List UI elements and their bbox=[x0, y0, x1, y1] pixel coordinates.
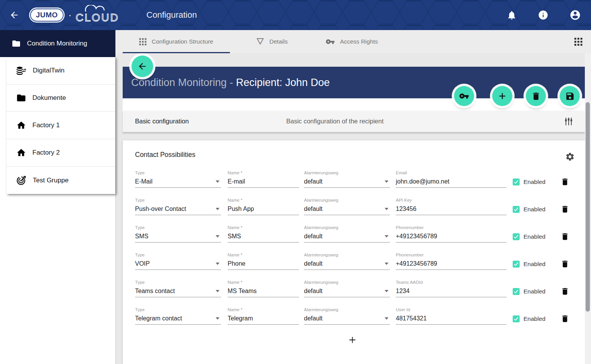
name-value: Phone bbox=[228, 260, 245, 267]
name-label: Name * bbox=[228, 280, 299, 285]
target-icon bbox=[16, 175, 27, 185]
enabled-checkbox[interactable]: Enabled bbox=[513, 206, 545, 213]
dropdown-arrow-icon bbox=[385, 317, 388, 320]
contact-row: Type SMS Name * SMS bbox=[135, 225, 569, 243]
name-input[interactable]: Name * MS Teams bbox=[228, 280, 299, 297]
cloud-wordmark: CLOUD bbox=[74, 5, 121, 25]
type-label: Type bbox=[135, 225, 221, 230]
name-input[interactable]: Name * SMS bbox=[228, 225, 299, 243]
home-icon bbox=[16, 148, 26, 158]
name-input[interactable]: Name * Phone bbox=[228, 253, 299, 270]
name-value: Push App bbox=[228, 206, 254, 212]
enabled-checkbox[interactable]: Enabled bbox=[513, 233, 545, 240]
vertical-scrollbar[interactable] bbox=[585, 53, 591, 364]
name-input[interactable]: Name * E-mail bbox=[228, 170, 299, 188]
type-label: Type bbox=[135, 307, 221, 312]
account-icon[interactable] bbox=[569, 9, 581, 21]
key-button[interactable] bbox=[454, 86, 474, 106]
sidebar-item-label: DigitalTwin bbox=[33, 67, 64, 74]
contact-row: Type E-Mail Name * E-mail bbox=[135, 170, 569, 188]
name-value: SMS bbox=[228, 233, 241, 239]
type-select[interactable]: Type SMS bbox=[135, 225, 221, 243]
scrollbar-thumb[interactable] bbox=[586, 102, 590, 312]
delete-contact-button[interactable] bbox=[561, 287, 569, 297]
trash-icon bbox=[561, 314, 569, 323]
alarmierungsweg-select[interactable]: Alarmierungsweg default bbox=[304, 225, 390, 243]
enabled-checkbox[interactable]: Enabled bbox=[513, 315, 545, 322]
type-select[interactable]: Type Teams contact bbox=[135, 280, 221, 297]
name-value: Telegram bbox=[228, 315, 253, 322]
alarmierungsweg-select[interactable]: Alarmierungsweg default bbox=[304, 198, 390, 215]
delete-contact-button[interactable] bbox=[561, 205, 569, 215]
delete-contact-button[interactable] bbox=[561, 232, 569, 242]
type-select[interactable]: Type Push-over Contact bbox=[135, 198, 221, 215]
folder-icon bbox=[16, 93, 26, 103]
enabled-checkbox[interactable]: Enabled bbox=[513, 288, 545, 295]
top-app-bar: JUMO · CLOUD Configuration bbox=[0, 0, 591, 30]
contact-address-input[interactable]: Phonenumber +49123456789 bbox=[396, 253, 507, 270]
dropdown-arrow-icon bbox=[216, 235, 220, 238]
tab-details[interactable]: Details bbox=[230, 30, 314, 53]
contact-address-input[interactable]: Teams AADId 1234 bbox=[396, 280, 507, 297]
name-label: Name * bbox=[228, 307, 299, 312]
delete-contact-button[interactable] bbox=[561, 260, 569, 270]
sidebar-item-label: Dokumente bbox=[32, 94, 66, 102]
back-arrow-icon[interactable] bbox=[9, 10, 19, 20]
add-contact-button[interactable] bbox=[347, 335, 358, 346]
contact-address-value: +49123456789 bbox=[396, 260, 437, 267]
contact-address-label: User Id bbox=[396, 307, 507, 312]
tab-label: Access Rights bbox=[340, 38, 378, 45]
name-input[interactable]: Name * Telegram bbox=[228, 307, 299, 325]
gear-icon bbox=[565, 152, 575, 162]
add-button[interactable]: + bbox=[492, 86, 512, 106]
alarmierungsweg-select[interactable]: Alarmierungsweg default bbox=[304, 307, 390, 325]
contact-address-input[interactable]: User Id 481754321 bbox=[396, 307, 507, 325]
type-select[interactable]: Type E-Mail bbox=[135, 170, 221, 188]
type-label: Type bbox=[135, 198, 221, 202]
name-value: MS Teams bbox=[228, 288, 257, 294]
contact-address-value: 1234 bbox=[396, 288, 410, 294]
tune-icon[interactable] bbox=[564, 117, 573, 126]
sidebar-item-factory-1[interactable]: Factory 1 bbox=[7, 112, 115, 139]
alarmierungsweg-value: default bbox=[304, 233, 323, 239]
alarmierungsweg-select[interactable]: Alarmierungsweg default bbox=[304, 253, 390, 270]
sidebar-item-dokumente[interactable]: Dokumente bbox=[7, 84, 115, 112]
bell-icon[interactable] bbox=[507, 10, 517, 20]
tab-access-rights[interactable]: Access Rights bbox=[314, 30, 390, 53]
tab-configuration-structure[interactable]: Configuration Structure bbox=[123, 30, 230, 53]
delete-contact-button[interactable] bbox=[561, 314, 569, 324]
sidebar-item-factory-2[interactable]: Factory 2 bbox=[7, 139, 115, 167]
name-label: Name * bbox=[228, 170, 299, 175]
contact-address-input[interactable]: API Key 123456 bbox=[396, 198, 507, 215]
sidebar-item-digitaltwin[interactable]: DigitalTwin bbox=[7, 57, 115, 84]
enabled-checkbox[interactable]: Enabled bbox=[513, 179, 545, 185]
back-button[interactable] bbox=[132, 56, 153, 77]
type-label: Type bbox=[135, 170, 221, 175]
type-select[interactable]: Type Telegram contact bbox=[135, 307, 221, 325]
sidebar-item-condition-monitoring[interactable]: Condition Monitoring bbox=[0, 30, 115, 57]
info-icon[interactable] bbox=[538, 10, 549, 20]
name-input[interactable]: Name * Push App bbox=[228, 198, 299, 215]
contact-address-input[interactable]: Email john.doe@jumo.net bbox=[396, 170, 507, 188]
grid-icon[interactable] bbox=[574, 38, 583, 46]
alarmierungsweg-label: Alarmierungsweg bbox=[304, 280, 390, 285]
home-icon bbox=[16, 120, 26, 130]
banner-bottom-strip bbox=[123, 98, 585, 111]
type-select[interactable]: Type VOIP bbox=[135, 253, 221, 270]
sidebar-item-test-gruppe[interactable]: Test Gruppe bbox=[7, 167, 115, 194]
banner-recipient: Recipient: John Doe bbox=[236, 77, 330, 88]
settings-button[interactable] bbox=[565, 152, 575, 163]
save-button[interactable] bbox=[560, 86, 580, 106]
type-label: Type bbox=[135, 280, 221, 285]
enabled-checkbox[interactable]: Enabled bbox=[513, 261, 545, 268]
alarmierungsweg-select[interactable]: Alarmierungsweg default bbox=[304, 280, 390, 297]
contact-address-input[interactable]: Phonenumber +49123456789 bbox=[396, 225, 507, 243]
alarmierungsweg-select[interactable]: Alarmierungsweg default bbox=[304, 170, 390, 188]
folder-icon bbox=[12, 39, 21, 48]
delete-button[interactable] bbox=[526, 86, 546, 106]
delete-contact-button[interactable] bbox=[561, 177, 569, 187]
enabled-label: Enabled bbox=[523, 261, 545, 268]
dropdown-arrow-icon bbox=[216, 180, 220, 183]
basic-configuration-panel[interactable]: Basic configuration Basic configuration … bbox=[123, 111, 585, 133]
enabled-label: Enabled bbox=[523, 179, 545, 185]
